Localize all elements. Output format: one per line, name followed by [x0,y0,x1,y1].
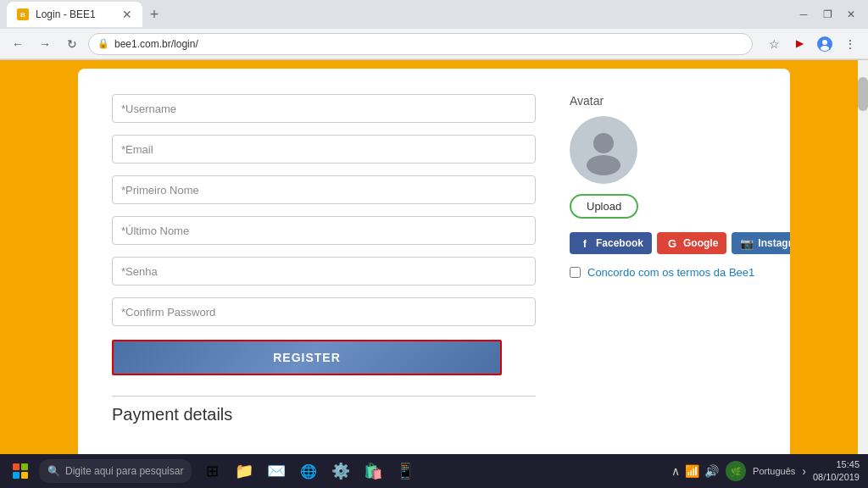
form-layout: REGISTER Payment details Avatar U [112,94,756,424]
clock-time: 15:45 [813,458,860,471]
start-button[interactable] [3,454,37,488]
svg-point-1 [822,40,827,45]
instagram-button[interactable]: 📷 Instagram [732,232,790,254]
email-group [112,135,536,164]
close-button[interactable]: ✕ [841,4,861,25]
url-bar[interactable]: 🔒 bee1.com.br/login/ [88,33,753,55]
language-arrow[interactable]: › [802,464,806,478]
menu-button[interactable]: ⋮ [839,33,861,55]
taskbar-search[interactable]: 🔍 Digite aqui para pesquisar [39,459,192,483]
username-input[interactable] [112,94,536,123]
taskbar-icons: ⊞ 📁 ✉️ 🌐 ⚙️ 🛍️ 📱 [197,456,420,486]
title-bar: B Login - BEE1 ✕ + ─ ❐ ✕ [0,0,868,29]
avatar-image [570,116,637,184]
taskbar-right: ∧ 📶 🔊 🌿 Português › 15:45 08/10/2019 [671,458,865,485]
svg-point-2 [821,46,829,51]
email-input[interactable] [112,135,536,164]
facebook-button[interactable]: f Facebook [570,232,652,254]
firstname-group [112,175,536,204]
reload-button[interactable]: ↻ [61,33,83,55]
password-input[interactable] [112,257,536,286]
back-button[interactable]: ← [7,33,29,55]
mail-button[interactable]: ✉️ [261,456,292,486]
star-button[interactable]: ☆ [763,33,785,55]
url-actions: ☆ ▶ ⋮ [763,33,861,55]
store-button[interactable]: 🛍️ [358,456,388,486]
address-bar: ← → ↻ 🔒 bee1.com.br/login/ ☆ ▶ ⋮ [0,29,868,59]
google-button[interactable]: G Google [657,232,726,254]
username-group [112,94,536,123]
browser-tab[interactable]: B Login - BEE1 ✕ [7,2,142,27]
password-group [112,257,536,286]
lastname-input[interactable] [112,216,536,245]
firstname-input[interactable] [112,175,536,204]
avatar-section: Avatar Upload f Facebook [570,94,756,279]
lastname-group [112,216,536,245]
youtube-icon[interactable]: ▶ [788,33,810,55]
tray-arrow[interactable]: ∧ [671,464,680,478]
settings-button[interactable]: ⚙️ [326,456,356,486]
taskbar-search-icon: 🔍 [47,465,60,477]
facebook-label: Facebook [596,237,643,249]
confirm-password-group [112,297,536,326]
terms-checkbox[interactable] [570,267,581,278]
tab-title: Login - BEE1 [36,8,96,20]
payment-title: Payment details [112,405,536,424]
clock-date: 08/10/2019 [813,471,860,484]
avatar-icon [578,125,629,175]
register-button[interactable]: REGISTER [112,340,502,375]
registration-card: REGISTER Payment details Avatar U [78,69,790,480]
minimize-button[interactable]: ─ [793,4,814,25]
profile-icon[interactable] [814,33,836,55]
language-label[interactable]: Português [753,466,795,476]
lock-icon: 🔒 [97,38,109,49]
task-view-button[interactable]: ⊞ [197,456,227,486]
browser-button[interactable]: 🌐 [293,456,324,486]
app-button[interactable]: 📱 [390,456,420,486]
browser-chrome: B Login - BEE1 ✕ + ─ ❐ ✕ ← → ↻ 🔒 bee1.co… [0,0,868,60]
new-tab-button[interactable]: + [142,3,166,26]
instagram-label: Instagram [758,237,790,249]
taskbar: 🔍 Digite aqui para pesquisar ⊞ 📁 ✉️ 🌐 ⚙️… [0,454,868,488]
url-text: bee1.com.br/login/ [114,38,198,50]
payment-section: Payment details [112,396,536,424]
network-icon[interactable]: 📶 [685,464,699,478]
window-controls: ─ ❐ ✕ [793,4,861,25]
file-explorer-button[interactable]: 📁 [229,456,259,486]
facebook-icon: f [578,236,592,250]
terms-link[interactable]: Concordo com os termos da Bee1 [587,266,754,279]
terms-row: Concordo com os termos da Bee1 [570,266,756,279]
svg-point-3 [593,133,614,153]
social-buttons: f Facebook G Google 📷 Instagram [570,232,756,254]
taskbar-search-placeholder: Digite aqui para pesquisar [65,465,183,477]
confirm-password-input[interactable] [112,297,536,326]
tab-close-button[interactable]: ✕ [122,8,132,21]
avatar-label: Avatar [570,94,756,108]
register-button-wrap: REGISTER [112,340,536,375]
system-tray: ∧ 📶 🔊 [671,464,719,478]
page-content: REGISTER Payment details Avatar U [0,60,868,488]
instagram-icon: 📷 [740,236,754,250]
language-flag[interactable]: 🌿 [726,461,746,481]
forward-button[interactable]: → [34,33,56,55]
google-label: Google [683,237,718,249]
maximize-button[interactable]: ❐ [817,4,837,25]
clock: 15:45 08/10/2019 [813,458,860,485]
scrollbar[interactable] [858,60,868,488]
windows-logo [13,463,28,479]
svg-point-4 [587,155,620,175]
google-icon: G [665,236,679,250]
form-right: Avatar Upload f Facebook [570,94,756,424]
scrollbar-thumb[interactable] [858,77,868,111]
volume-icon[interactable]: 🔊 [704,464,719,478]
form-left: REGISTER Payment details [112,94,536,424]
upload-button[interactable]: Upload [570,194,638,219]
tab-favicon: B [17,8,29,20]
